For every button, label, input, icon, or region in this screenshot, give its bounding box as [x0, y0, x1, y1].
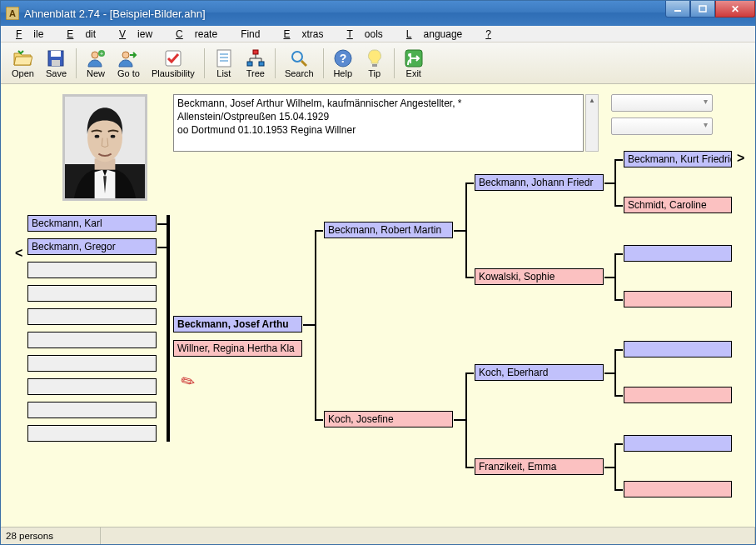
child-slot-7[interactable] — [27, 378, 157, 395]
status-bar: 28 persons — [1, 527, 755, 544]
close-button[interactable]: ✕ — [715, 1, 755, 18]
minimize-button[interactable] — [665, 1, 690, 18]
filter-combo-2[interactable] — [611, 118, 713, 135]
main-area: Beckmann, Josef Arthur Wilhelm, kaufmänn… — [1, 84, 755, 527]
child-slot-5[interactable] — [27, 332, 157, 348]
menu-view[interactable]: View — [107, 27, 164, 42]
svg-rect-5 — [51, 51, 61, 57]
menu-create[interactable]: Create — [164, 27, 229, 42]
pencil-icon — [177, 369, 199, 393]
focus-person[interactable]: Beckmann, Josef Arthu — [173, 316, 302, 332]
plausibility-button[interactable]: Plausibility — [146, 46, 201, 81]
svg-rect-23 — [372, 64, 377, 67]
svg-text:+: + — [100, 51, 103, 57]
svg-rect-16 — [253, 50, 258, 54]
menu-bar: File Edit View Create Find Extras Tools … — [1, 26, 755, 42]
child-slot-6[interactable] — [27, 355, 157, 372]
menu-file[interactable]: File — [4, 27, 55, 42]
child-slot-3[interactable] — [27, 285, 157, 302]
svg-rect-6 — [52, 60, 60, 66]
svg-point-7 — [92, 52, 98, 58]
svg-text:?: ? — [339, 52, 346, 65]
gen3-mother-mother[interactable]: Franzikeit, Emma — [475, 458, 604, 475]
menu-help[interactable]: ? — [474, 27, 503, 42]
menu-tools[interactable]: Tools — [336, 27, 395, 42]
gen4-mff[interactable] — [624, 341, 732, 358]
children-bar — [167, 215, 170, 442]
child-slot-4[interactable] — [27, 308, 157, 325]
new-person-button[interactable]: +New — [80, 46, 112, 81]
list-button[interactable]: List — [208, 46, 240, 81]
status-persons: 28 persons — [1, 528, 101, 544]
gen4-fmm[interactable] — [624, 291, 732, 308]
app-icon: A — [6, 7, 19, 20]
child-slot-1[interactable]: Beckmann, Gregor — [27, 238, 157, 255]
child-slot-9[interactable] — [27, 425, 157, 442]
spouse[interactable]: Willner, Regina Hertha Kla — [173, 340, 302, 357]
help-button[interactable]: ?Help — [327, 46, 359, 81]
gen3-father-father[interactable]: Beckmann, Johann Friedr — [475, 174, 604, 191]
gen4-ffm[interactable]: Schmidt, Caroline — [624, 197, 732, 213]
child-slot-0[interactable]: Beckmann, Karl — [27, 215, 157, 232]
svg-rect-3 — [699, 6, 706, 12]
menu-extras[interactable]: Extras — [271, 27, 335, 42]
svg-point-10 — [122, 52, 129, 58]
svg-point-19 — [292, 52, 302, 62]
goto-button[interactable]: Go to — [112, 46, 146, 81]
child-slot-2[interactable] — [27, 262, 157, 278]
svg-point-29 — [95, 135, 100, 138]
child-slot-8[interactable] — [27, 402, 157, 418]
tree-button[interactable]: Tree — [240, 46, 271, 81]
gen4-fmf[interactable] — [624, 245, 732, 262]
menu-language[interactable]: Language — [395, 27, 474, 42]
exit-button[interactable]: Exit — [398, 46, 430, 81]
svg-point-25 — [408, 53, 411, 57]
gen4-mmm[interactable] — [624, 481, 732, 498]
person-info[interactable]: Beckmann, Josef Arthur Wilhelm, kaufmänn… — [173, 94, 584, 152]
nav-right-arrow[interactable]: > — [737, 151, 744, 166]
svg-line-20 — [301, 61, 306, 66]
svg-rect-18 — [259, 62, 264, 66]
open-button[interactable]: Open — [6, 46, 40, 81]
gen3-mother-father[interactable]: Koch, Eberhard — [475, 364, 604, 381]
svg-rect-12 — [217, 50, 231, 67]
maximize-button[interactable] — [690, 1, 715, 18]
search-button[interactable]: Search — [279, 46, 320, 81]
tip-button[interactable]: Tip — [359, 46, 390, 81]
gen4-mfm[interactable] — [624, 387, 732, 403]
gen2-mother[interactable]: Koch, Josefine — [324, 411, 453, 428]
save-button[interactable]: Save — [40, 46, 72, 81]
nav-left-arrow[interactable]: < — [15, 246, 22, 261]
titlebar: A Ahnenblatt 2.74 - [Beispiel-Bilder.ahn… — [1, 1, 755, 26]
toolbar: Open Save +New Go to Plausibility List T… — [1, 42, 755, 84]
person-photo[interactable] — [62, 94, 147, 201]
svg-rect-17 — [247, 62, 252, 66]
svg-point-30 — [111, 135, 116, 138]
gen3-father-mother[interactable]: Kowalski, Sophie — [475, 268, 604, 285]
menu-find[interactable]: Find — [229, 27, 271, 42]
svg-text:A: A — [9, 8, 16, 18]
window-title: Ahnenblatt 2.74 - [Beispiel-Bilder.ahn] — [24, 8, 665, 20]
filter-combo-1[interactable] — [611, 94, 713, 112]
gen2-father[interactable]: Beckmann, Robert Martin — [324, 222, 453, 238]
info-scrollbar[interactable] — [585, 94, 599, 152]
menu-edit[interactable]: Edit — [55, 27, 107, 42]
gen4-mmf[interactable] — [624, 435, 732, 452]
gen4-fff[interactable]: Beckmann, Kurt Friedrich — [624, 151, 732, 168]
